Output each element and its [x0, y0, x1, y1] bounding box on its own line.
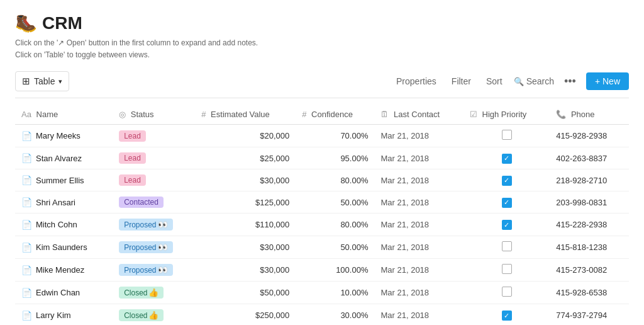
sort-button[interactable]: Sort [482, 74, 506, 89]
row-doc-icon: 📄 [21, 265, 32, 275]
table-row: 📄 Mitch Cohn Proposed👀 $110,000 80.00% M… [15, 214, 629, 236]
table-row: 📄 Mary Meeks Lead $20,000 70.00% Mar 21,… [15, 125, 629, 147]
status-emoji: 👍 [148, 311, 158, 320]
contact-name: Summer Ellis [36, 176, 84, 185]
contact-name: Larry Kim [36, 311, 71, 320]
name-cell: 📄 Stan Alvarez [15, 147, 113, 169]
row-doc-icon: 📄 [21, 311, 32, 321]
high-priority-cell[interactable]: ✓ [464, 304, 550, 325]
high-priority-cell[interactable] [464, 236, 550, 259]
status-badge: Lead [119, 130, 146, 142]
high-priority-cell[interactable] [464, 282, 550, 304]
checkbox-checked[interactable]: ✓ [502, 176, 512, 186]
crm-table: Aa Name ◎ Status # Estimated Value # Con… [15, 105, 629, 325]
value-cell: $30,000 [195, 236, 296, 259]
phone-cell: 218-928-2710 [550, 169, 629, 191]
search-button[interactable]: 🔍 Search [514, 76, 554, 86]
table-toggle-label: Table [34, 76, 55, 86]
contact-name: Mary Meeks [36, 131, 80, 140]
status-cell: Closed👍 [113, 304, 195, 325]
row-doc-icon: 📄 [21, 242, 32, 253]
calendar-icon: 🗓 [380, 110, 389, 119]
high-priority-cell[interactable]: ✓ [464, 214, 550, 236]
status-cell: Lead [113, 125, 195, 147]
confidence-cell: 30.00% [296, 304, 374, 325]
filter-button[interactable]: Filter [448, 74, 475, 89]
status-cell: Proposed👀 [113, 236, 195, 259]
number2-icon: # [302, 110, 306, 119]
checkbox-unchecked[interactable] [502, 264, 512, 274]
confidence-cell: 100.00% [296, 259, 374, 282]
more-options-button[interactable]: ••• [562, 74, 579, 89]
status-badge: Lead [119, 174, 146, 186]
status-emoji: 👀 [158, 265, 168, 275]
status-cell: Lead [113, 169, 195, 191]
status-badge: Proposed👀 [119, 241, 172, 253]
app-container: 🥾 CRM Click on the '↗ Open' button in th… [0, 0, 644, 325]
last-contact-cell: Mar 21, 2018 [374, 214, 463, 236]
status-icon: ◎ [119, 110, 126, 119]
col-last-contact: 🗓 Last Contact [374, 105, 463, 125]
status-badge: Closed👍 [119, 309, 164, 321]
checkbox-checked[interactable]: ✓ [502, 198, 512, 208]
value-cell: $125,000 [195, 191, 296, 214]
table-toggle-button[interactable]: ⊞ Table ▾ [15, 71, 69, 91]
phone-cell: 415-928-2938 [550, 125, 629, 147]
table-row: 📄 Stan Alvarez Lead $25,000 95.00% Mar 2… [15, 147, 629, 169]
status-badge: Proposed👀 [119, 264, 172, 276]
col-status: ◎ Status [113, 105, 195, 125]
phone-cell: 415-818-1238 [550, 236, 629, 259]
phone-cell: 203-998-0831 [550, 191, 629, 214]
status-badge: Proposed👀 [119, 219, 172, 231]
confidence-cell: 50.00% [296, 236, 374, 259]
checkbox-unchecked[interactable] [502, 241, 512, 251]
status-cell: Proposed👀 [113, 259, 195, 282]
last-contact-cell: Mar 21, 2018 [374, 125, 463, 147]
contact-name: Edwin Chan [36, 288, 80, 297]
confidence-cell: 80.00% [296, 169, 374, 191]
checkbox-unchecked[interactable] [502, 130, 512, 140]
col-value: # Estimated Value [195, 105, 296, 125]
col-high-priority-label: High Priority [482, 110, 527, 119]
checkbox-unchecked[interactable] [502, 287, 512, 297]
high-priority-cell[interactable] [464, 259, 550, 282]
last-contact-cell: Mar 21, 2018 [374, 191, 463, 214]
row-doc-icon: 📄 [21, 220, 32, 230]
table-header-row: Aa Name ◎ Status # Estimated Value # Con… [15, 105, 629, 125]
row-doc-icon: 📄 [21, 131, 32, 141]
last-contact-cell: Mar 21, 2018 [374, 169, 463, 191]
col-name-label: Name [36, 110, 58, 119]
col-phone: 📞 Phone [550, 105, 629, 125]
col-confidence: # Confidence [296, 105, 374, 125]
high-priority-cell[interactable]: ✓ [464, 147, 550, 169]
status-cell: Closed👍 [113, 282, 195, 304]
col-high-priority: ☑ High Priority [464, 105, 550, 125]
phone-cell: 415-228-2938 [550, 214, 629, 236]
name-cell: 📄 Mary Meeks [15, 125, 113, 147]
value-cell: $110,000 [195, 214, 296, 236]
checkbox-icon: ☑ [470, 110, 477, 119]
properties-button[interactable]: Properties [392, 74, 440, 89]
toolbar-right: Properties Filter Sort 🔍 Search ••• + Ne… [392, 72, 629, 90]
high-priority-cell[interactable]: ✓ [464, 191, 550, 214]
status-cell: Proposed👀 [113, 214, 195, 236]
new-button[interactable]: + New [586, 72, 629, 90]
checkbox-checked[interactable]: ✓ [502, 220, 512, 230]
name-cell: 📄 Mike Mendez [15, 259, 113, 282]
table-row: 📄 Kim Saunders Proposed👀 $30,000 50.00% … [15, 236, 629, 259]
app-icon: 🥾 [15, 13, 37, 33]
status-cell: Lead [113, 147, 195, 169]
row-doc-icon: 📄 [21, 197, 32, 207]
phone-icon: 📞 [556, 110, 566, 119]
table-row: 📄 Summer Ellis Lead $30,000 80.00% Mar 2… [15, 169, 629, 191]
toolbar: ⊞ Table ▾ Properties Filter Sort 🔍 Searc… [15, 71, 629, 98]
checkbox-checked[interactable]: ✓ [502, 154, 512, 164]
row-doc-icon: 📄 [21, 153, 32, 163]
contact-name: Shri Ansari [36, 198, 75, 207]
table-row: 📄 Edwin Chan Closed👍 $50,000 10.00% Mar … [15, 282, 629, 304]
checkbox-checked[interactable]: ✓ [502, 311, 512, 321]
status-emoji: 👀 [158, 220, 168, 229]
high-priority-cell[interactable]: ✓ [464, 169, 550, 191]
status-badge: Closed👍 [119, 287, 164, 299]
high-priority-cell[interactable] [464, 125, 550, 147]
